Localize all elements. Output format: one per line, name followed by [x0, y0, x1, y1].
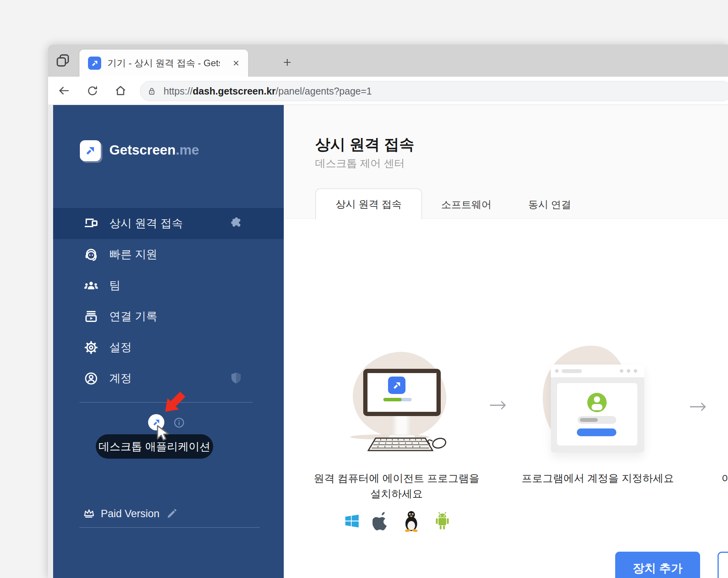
monitor-stand — [392, 416, 412, 435]
android-icon[interactable] — [433, 511, 452, 533]
tab-close-button[interactable] — [230, 57, 242, 69]
close-icon — [232, 59, 240, 67]
sidebar-item-label: 팀 — [109, 278, 121, 293]
add-device-button[interactable]: 장치 추가 — [615, 552, 700, 578]
sidebar-item-label: 연결 기록 — [109, 309, 157, 324]
mockup-dot — [627, 369, 630, 373]
sidebar-divider-bottom — [79, 527, 260, 528]
logo-wordmark: Getscreen.me — [109, 142, 199, 158]
page-area: Getscreen.me 상시 원격 접속 — [48, 105, 728, 578]
team-icon — [83, 278, 99, 293]
mockup-input — [578, 416, 616, 424]
step-arrow-2-icon — [689, 400, 707, 415]
url-path: /panel/agents?page=1 — [276, 86, 372, 96]
sidebar-item-team[interactable]: 팀 — [53, 270, 284, 301]
tab-strip: 기기 - 상시 원격 접속 - Getscreen — [48, 45, 728, 77]
plus-icon — [282, 57, 293, 68]
mouse-icon — [426, 435, 448, 451]
account-icon — [83, 371, 99, 386]
paid-version-row[interactable]: Paid Version — [82, 507, 178, 520]
refresh-icon — [86, 84, 99, 97]
mockup-dot — [555, 369, 559, 373]
getscreen-arrow-icon — [85, 145, 96, 157]
sidebar-item-label: 설정 — [109, 340, 132, 355]
monitor-getscreen-logo-icon — [388, 377, 405, 394]
browser-tab[interactable]: 기기 - 상시 원격 접속 - Getscreen — [79, 50, 248, 77]
logo-suffix: .me — [176, 142, 199, 157]
url-scheme: https:// — [164, 86, 193, 96]
info-icon — [173, 417, 185, 428]
page-title: 상시 원격 접속 — [315, 134, 414, 155]
mockup-toolbar — [551, 365, 644, 377]
step-arrow-1-icon — [489, 399, 507, 413]
mockup-dot — [634, 369, 637, 373]
logo-text: Getscreen — [109, 142, 176, 157]
address-bar[interactable]: https://dash.getscreen.kr/panel/agents?p… — [140, 81, 728, 101]
url-domain: dash.getscreen.kr — [193, 86, 276, 96]
info-button[interactable] — [173, 417, 185, 428]
browser-mockup — [551, 365, 644, 452]
lock-icon — [147, 86, 157, 96]
mockup-account-head — [594, 396, 600, 403]
keyboard-icon — [367, 437, 433, 453]
tab-concurrent-connections[interactable]: 동시 연결 — [528, 198, 571, 212]
mockup-input-text — [580, 418, 598, 422]
mouse-cursor-icon — [156, 425, 171, 443]
back-button[interactable] — [57, 84, 71, 98]
sidebar-item-label: 상시 원격 접속 — [109, 216, 183, 231]
edit-pencil-icon[interactable] — [166, 508, 178, 520]
sidebar-item-label: 계정 — [109, 371, 132, 386]
apple-icon[interactable] — [373, 511, 390, 533]
desktop-app-tooltip: 데스크톱 애플리케이션 — [96, 434, 213, 459]
windows-icon[interactable] — [343, 512, 361, 532]
mockup-account-body — [592, 404, 602, 410]
step3-caption-partial: 이 — [721, 471, 728, 486]
workspaces-button[interactable] — [54, 53, 71, 70]
paid-version-label: Paid Version — [101, 508, 160, 520]
secondary-button-partial[interactable] — [718, 552, 728, 578]
crown-icon — [82, 507, 95, 520]
left-gutter — [48, 105, 53, 578]
page-subtitle: 데스크톱 제어 센터 — [315, 157, 405, 170]
sidebar-item-label: 빠른 지원 — [109, 247, 157, 262]
main-content: 상시 원격 접속 데스크톱 제어 센터 상시 원격 접속 소프트웨어 동시 연결 — [284, 105, 728, 578]
mockup-address-pill — [562, 369, 582, 373]
progress-fill — [383, 398, 402, 401]
headset-icon — [83, 247, 99, 262]
sidebar-menu: 상시 원격 접속 — [53, 208, 284, 394]
mockup-content — [551, 377, 644, 452]
install-progress-bar — [383, 398, 412, 401]
step1-caption: 원격 컴퓨터에 에이전트 프로그램을 설치하세요 — [309, 471, 484, 502]
workspaces-icon — [55, 53, 71, 70]
sidebar: Getscreen.me 상시 원격 접속 — [53, 105, 284, 578]
back-icon — [57, 84, 71, 97]
home-icon — [114, 84, 127, 97]
mockup-account-icon — [587, 393, 607, 412]
sidebar-item-connection-history[interactable]: 연결 기록 — [53, 301, 284, 332]
new-tab-button[interactable] — [281, 56, 293, 69]
puzzle-icon — [228, 217, 243, 231]
remote-devices-icon — [83, 216, 99, 231]
tab-persistent-access[interactable]: 상시 원격 접속 — [315, 188, 422, 219]
url-text: https://dash.getscreen.kr/panel/agents?p… — [164, 86, 372, 97]
tab-software[interactable]: 소프트웨어 — [441, 198, 492, 212]
connection-history-icon — [83, 309, 99, 324]
home-button[interactable] — [114, 84, 128, 98]
step2-caption: 프로그램에서 계정을 지정하세요 — [520, 471, 675, 486]
sidebar-logo[interactable] — [80, 140, 101, 161]
monitor-illustration — [363, 369, 441, 416]
sidebar-item-quick-support[interactable]: 빠른 지원 — [53, 239, 284, 270]
mockup-submit-button — [577, 428, 616, 436]
settings-gear-icon — [83, 340, 99, 355]
sidebar-item-settings[interactable]: 설정 — [53, 332, 284, 363]
screenshot-root: 기기 - 상시 원격 접속 - Getscreen — [0, 0, 728, 578]
sidebar-item-persistent-access[interactable]: 상시 원격 접속 — [53, 208, 284, 239]
refresh-button[interactable] — [85, 84, 99, 98]
mockup-login-card — [557, 383, 637, 446]
navigation-bar: https://dash.getscreen.kr/panel/agents?p… — [48, 77, 728, 105]
red-annotation-arrow — [163, 389, 187, 415]
getscreen-favicon-icon — [88, 57, 101, 70]
linux-tux-icon[interactable] — [401, 510, 421, 533]
tab-title: 기기 - 상시 원격 접속 - Getscreen — [107, 57, 220, 69]
shield-icon — [228, 371, 244, 386]
